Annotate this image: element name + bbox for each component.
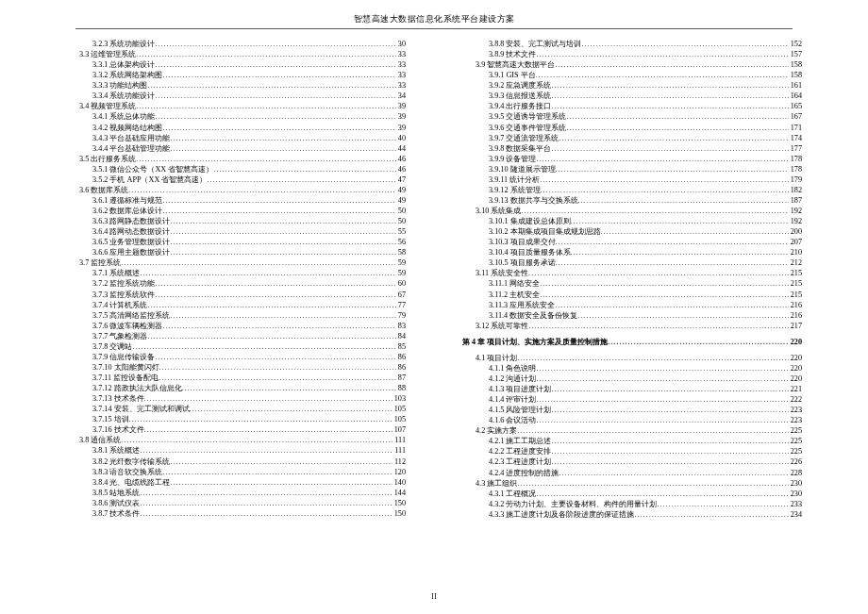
toc-entry: 3.7.10 太阳能黄闪灯86 <box>66 362 406 373</box>
toc-entry: 4.2.2 工程进度安排225 <box>462 446 802 456</box>
toc-page-number: 192 <box>789 206 802 216</box>
toc-label: 第 4 章 项目计划、实施方案及质量控制措施 <box>462 337 608 347</box>
toc-entry: 3.2.3 系统功能设计30 <box>66 39 406 49</box>
toc-entry: 3.8 通信系统111 <box>66 435 406 445</box>
toc-entry: 3.4.3 平台基础应用功能40 <box>66 133 406 143</box>
toc-page-number: 79 <box>396 310 406 321</box>
toc-dots <box>170 310 395 321</box>
toc-dots <box>155 290 395 300</box>
toc-entry: 3.8.2 光纤数字传输系统112 <box>66 456 406 467</box>
toc-dots <box>536 489 788 499</box>
toc-entry: 4.1.1 角色说明220 <box>462 363 802 373</box>
toc-page-number: 178 <box>789 154 802 164</box>
toc-dots <box>147 80 395 91</box>
toc-dots <box>136 101 396 111</box>
toc-label: 3.10.5 项目服务承诺 <box>489 257 556 268</box>
toc-label: 3.7.11 监控设备配电 <box>92 373 159 383</box>
toc-page-number: 234 <box>789 509 802 520</box>
toc-label: 4.1.6 会议活动 <box>489 415 536 425</box>
toc-label: 3.8.8 安装、完工测试与培训 <box>489 39 581 49</box>
toc-dots <box>540 278 789 289</box>
toc-page-number: 105 <box>392 414 406 424</box>
toc-entry: 3.10.3 项目成果交付207 <box>462 237 802 247</box>
toc-page-number: 152 <box>789 39 802 49</box>
toc-dots <box>536 154 788 164</box>
toc-page-number: 179 <box>789 174 802 185</box>
toc-label: 3.7.7 气象检测器 <box>92 331 147 341</box>
toc-page-number: 39 <box>396 111 406 122</box>
toc-page-number: 105 <box>392 404 406 414</box>
toc-label: 3.6.1 遵循标准与规范 <box>92 195 162 206</box>
toc-label: 3.7.4 计算机系统 <box>92 300 147 310</box>
toc-page-number: 178 <box>789 164 802 174</box>
toc-entry: 3.7.4 计算机系统77 <box>66 300 406 310</box>
toc-label: 3.7.14 安装、完工测试和调试 <box>92 404 190 414</box>
toc-entry: 3.4 视频管理系统39 <box>66 101 406 111</box>
toc-label: 3.8.4 光、电缆线路工程 <box>92 477 170 488</box>
toc-page-number: 86 <box>396 352 406 362</box>
toc-label: 3.7.13 技术条件 <box>92 393 144 404</box>
toc-label: 3.4.3 平台基础应用功能 <box>92 133 170 143</box>
toc-page-number: 217 <box>789 321 802 331</box>
toc-dots <box>144 424 392 435</box>
toc-page-number: 84 <box>396 331 406 341</box>
toc-dots <box>566 111 788 122</box>
toc-page-number: 39 <box>396 101 406 111</box>
toc-dots <box>551 80 788 91</box>
toc-page-number: 221 <box>789 384 802 394</box>
toc-page-number: 86 <box>396 362 406 373</box>
toc-label: 3.6.2 数据库总体设计 <box>92 206 162 216</box>
toc-page-number: 111 <box>392 445 406 456</box>
toc-label: 3.6.5 业务管理数据设计 <box>92 237 170 247</box>
toc-entry: 3.5.1 微信公众号（XX 省智慧高速）46 <box>66 164 406 174</box>
toc-page-number: 171 <box>789 123 802 133</box>
toc-dots <box>566 123 788 133</box>
toc-dots <box>170 477 392 488</box>
toc-dots <box>162 195 395 206</box>
toc-entry: 3.4.1 系统总体功能39 <box>66 111 406 122</box>
toc-page-number: 49 <box>396 185 406 195</box>
toc-entry: 3.6.3 路网静态数据设计50 <box>66 216 406 226</box>
toc-dots <box>536 70 789 80</box>
toc-label: 3.8.2 光纤数字传输系统 <box>92 456 170 467</box>
toc-dots <box>162 467 392 477</box>
toc-label: 3.9.5 交通诱导管理系统 <box>489 111 566 122</box>
toc-entry: 3.8.4 光、电缆线路工程140 <box>66 477 406 488</box>
toc-page-number: 220 <box>789 353 802 363</box>
toc-entry: 4.2 实施方案225 <box>462 425 802 436</box>
toc-page-number: 107 <box>392 424 406 435</box>
toc-dots <box>155 352 395 362</box>
toc-label: 3.6 数据库系统 <box>79 185 128 195</box>
toc-entry: 3.9.10 隧道展示管理178 <box>462 164 802 174</box>
toc-dots <box>147 300 395 310</box>
toc-entry: 3.7.9 信息传输设备86 <box>66 352 406 362</box>
toc-dots <box>521 206 788 216</box>
toc-dots <box>536 394 788 405</box>
toc-dots <box>144 393 392 404</box>
toc-entry: 3.7.5 高清网络监控系统79 <box>66 310 406 321</box>
toc-entry: 3.8.9 技术文件157 <box>462 49 802 59</box>
toc-page-number: 144 <box>392 488 406 498</box>
toc-dots <box>581 39 788 49</box>
toc-entry: 3.9.4 出行服务接口165 <box>462 101 802 111</box>
toc-dots <box>155 278 395 289</box>
toc-dots <box>207 174 395 185</box>
toc-entry: 3.11.4 数据安全及备份恢复216 <box>462 310 802 321</box>
toc-label: 3.9.6 交通事件管理系统 <box>489 123 566 133</box>
toc-entry: 3.3.2 系统网络架构图33 <box>66 70 406 80</box>
toc-label: 3.9.1 GIS 平台 <box>489 70 536 80</box>
toc-entry: 4.2.4 进度控制的措施228 <box>462 468 802 478</box>
toc-label: 3.9.10 隧道展示管理 <box>489 164 556 174</box>
toc-label: 3.6.4 路网动态数据设计 <box>92 226 170 237</box>
toc-dots <box>140 445 392 456</box>
toc-dots <box>551 91 788 101</box>
toc-page-number: 150 <box>392 498 406 508</box>
toc-entry: 3.7.13 技术条件103 <box>66 393 406 404</box>
toc-label: 3.4 视频管理系统 <box>79 101 136 111</box>
toc-page-number: 58 <box>396 247 406 257</box>
toc-entry: 3.7.2 监控系统功能60 <box>66 278 406 289</box>
toc-entry: 3.11.2 主机安全215 <box>462 290 802 300</box>
toc-entry: 3.10.5 项目服务承诺212 <box>462 257 802 268</box>
toc-dots <box>577 310 789 321</box>
toc-page-number: 33 <box>396 70 406 80</box>
